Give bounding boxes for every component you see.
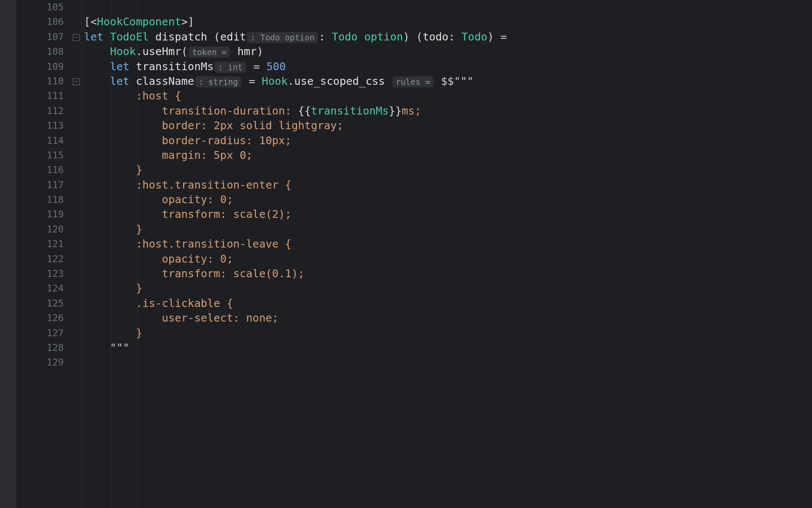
identifier: todo <box>423 30 448 44</box>
line-number: 106 <box>16 15 64 29</box>
line-number: 109 <box>16 59 64 74</box>
code-area[interactable]: [<HookComponent>] let TodoEl dispatch (e… <box>81 0 812 508</box>
line-number: 114 <box>16 133 64 148</box>
identifier: TodoEl <box>110 30 149 44</box>
code-editor: 105 106 107 108 109 110 111 112 113 114 … <box>0 0 812 508</box>
code-line[interactable]: let className: string = Hook.use_scoped_… <box>84 74 812 89</box>
code-line[interactable]: border-radius: 10px; <box>84 133 812 148</box>
line-number: 120 <box>16 222 64 237</box>
keyword-let: let <box>84 30 103 44</box>
css-text: .is-clickable { <box>136 296 233 311</box>
line-number: 124 <box>16 281 64 296</box>
line-number: 129 <box>16 355 64 370</box>
function-call: useHmr <box>143 44 181 59</box>
code-line[interactable]: [<HookComponent>] <box>84 15 812 29</box>
line-number-gutter: 105 106 107 108 109 110 111 112 113 114 … <box>16 0 72 508</box>
line-number: 107 <box>16 30 64 44</box>
fold-gutter: - - <box>72 0 81 508</box>
inline-type-hint: : Todo option <box>247 32 318 43</box>
line-number: 108 <box>16 44 64 59</box>
string-close: """ <box>110 341 129 355</box>
code-line[interactable]: :host.transition-leave { <box>84 237 812 251</box>
css-text: transition-duration: <box>162 104 298 118</box>
code-line[interactable]: """ <box>84 341 812 355</box>
code-line[interactable]: let TodoEl dispatch (edit: Todo option: … <box>84 30 812 44</box>
code-line[interactable]: transform: scale(2); <box>84 207 812 222</box>
identifier: dispatch <box>156 30 207 44</box>
equals: = <box>253 59 260 74</box>
css-text: transform: scale(2); <box>162 207 292 222</box>
css-text: border-radius: 10px; <box>162 133 292 148</box>
code-line[interactable] <box>84 0 812 15</box>
css-text: ms; <box>402 104 421 118</box>
left-margin <box>0 0 16 508</box>
interp-open: {{ <box>298 104 311 118</box>
line-number: 115 <box>16 148 64 163</box>
identifier: transitionMs <box>136 59 214 74</box>
equals: = <box>249 74 255 89</box>
fold-toggle-icon[interactable]: - <box>73 34 80 41</box>
code-line[interactable]: :host.transition-enter { <box>84 178 812 192</box>
function-call: use_scoped_css <box>294 74 385 89</box>
attribute-name: HookComponent <box>97 15 181 29</box>
interpolation-prefix: $$ <box>441 74 454 89</box>
module: Hook <box>110 44 136 59</box>
css-text: margin: 5px 0; <box>162 148 253 163</box>
punct: : <box>319 30 325 44</box>
line-number: 127 <box>16 326 64 341</box>
code-line[interactable]: let transitionMs: int = 500 <box>84 59 812 74</box>
equals: = <box>501 30 507 44</box>
string-open: """ <box>454 74 473 89</box>
code-line[interactable]: user-select: none; <box>84 311 812 325</box>
css-text: transform: scale(0.1); <box>162 266 305 281</box>
identifier: className <box>136 74 194 89</box>
css-text: } <box>136 163 142 177</box>
type: Todo option <box>332 30 403 44</box>
code-line[interactable]: margin: 5px 0; <box>84 148 812 163</box>
identifier: hmr <box>237 44 257 59</box>
line-number: 112 <box>16 104 64 118</box>
interp-var: transitionMs <box>311 104 389 118</box>
css-text: user-select: none; <box>162 311 279 325</box>
line-number: 121 <box>16 237 64 251</box>
css-text: :host.transition-leave { <box>136 237 291 251</box>
code-line[interactable] <box>84 355 812 370</box>
code-line[interactable]: opacity: 0; <box>84 252 812 266</box>
code-line[interactable]: transform: scale(0.1); <box>84 266 812 281</box>
css-text: } <box>136 222 142 237</box>
code-line[interactable]: Hook.useHmr(token = hmr) <box>84 44 812 59</box>
line-number: 110 <box>16 74 64 89</box>
code-line[interactable]: } <box>84 326 812 341</box>
code-line[interactable]: } <box>84 163 812 177</box>
code-line[interactable]: .is-clickable { <box>84 296 812 311</box>
code-line[interactable]: opacity: 0; <box>84 192 812 207</box>
line-number: 125 <box>16 296 64 311</box>
css-text: opacity: 0; <box>162 192 233 207</box>
css-text: :host.transition-enter { <box>136 178 291 192</box>
punct: ) <box>403 30 410 44</box>
line-number: 116 <box>16 163 64 177</box>
keyword-let: let <box>110 74 129 89</box>
code-line[interactable]: :host { <box>84 89 812 103</box>
line-number: 117 <box>16 178 64 192</box>
line-number: 123 <box>16 266 64 281</box>
line-number: 126 <box>16 311 64 325</box>
type: Todo <box>461 30 487 44</box>
line-number: 128 <box>16 341 64 355</box>
line-number: 113 <box>16 118 64 133</box>
line-number: 119 <box>16 207 64 222</box>
css-text: } <box>136 281 142 296</box>
line-number: 105 <box>16 0 64 15</box>
css-text: border: 2px solid lightgray; <box>162 118 343 133</box>
number-literal: 500 <box>266 59 286 74</box>
inline-type-hint: : string <box>195 76 242 87</box>
inline-type-hint: : int <box>215 62 246 73</box>
fold-toggle-icon[interactable]: - <box>73 78 80 85</box>
code-line[interactable]: border: 2px solid lightgray; <box>84 118 812 133</box>
code-line[interactable]: transition-duration: {{transitionMs}}ms; <box>84 104 812 118</box>
line-number: 111 <box>16 89 64 103</box>
css-text: } <box>136 326 142 341</box>
css-text: :host { <box>136 89 181 103</box>
code-line[interactable]: } <box>84 281 812 296</box>
code-line[interactable]: } <box>84 222 812 237</box>
